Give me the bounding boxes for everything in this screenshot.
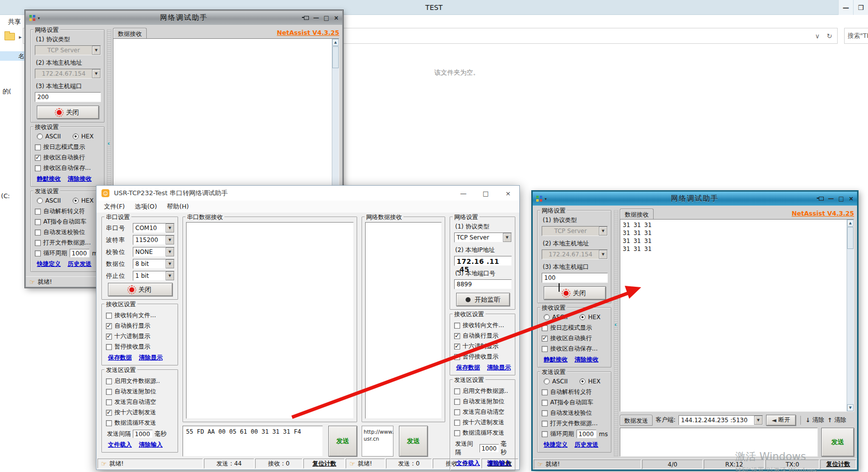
radio-hex[interactable] [73,133,79,139]
baud-select[interactable]: 115200 ▼ [133,235,175,245]
clear-receive-link[interactable]: 清除接收 [575,355,598,364]
clear-input-link[interactable]: 清除输入 [487,459,511,468]
protocol-select[interactable]: TCP Server ▼ [454,233,512,242]
sidebar-item-fragment[interactable]: 的( [2,88,11,96]
silent-receive-link[interactable]: 静默接收 [544,355,568,364]
host-select[interactable]: 172.24.67.154 ▼ [35,69,101,79]
maximize-button[interactable]: ❒ [853,0,868,15]
panel-splitter[interactable]: ‹ [614,210,618,457]
stopbits-select[interactable]: 1 bit ▼ [133,271,175,281]
save-data-link[interactable]: 保存数据 [108,354,132,362]
checkbox-auto-linefeed[interactable]: 接收区自动换行 [35,153,101,162]
shortcut-define-link[interactable]: 快捷定义 [37,260,61,268]
minimize-button[interactable]: — [313,14,319,21]
checkbox-hex-display[interactable]: 十六进制显示 [106,332,175,341]
titlebar-menu-caret-icon[interactable]: ▾ [38,16,40,20]
checkbox-log-mode[interactable]: 按日志模式显示 [542,324,608,332]
reset-count-button[interactable]: 复位计数 [820,460,856,469]
dropdown-arrow-icon[interactable]: ▼ [92,46,100,55]
clear-receive-link[interactable]: 清除接收 [68,175,92,183]
dropdown-arrow-icon[interactable]: ▼ [166,236,174,244]
file-list-selected-row[interactable]: 名 [0,51,25,61]
checkbox-pause-receive[interactable]: 暂停接收显示 [106,343,175,351]
checkbox-parse-escape[interactable]: 自动解析转义符 [542,388,608,396]
receive-area[interactable]: 31 31 31 31 31 31 31 31 31 31 31 31 ▲ ▼ [620,219,854,412]
scroll-down-icon[interactable]: ▼ [847,404,854,411]
dropdown-arrow-icon[interactable]: ▼ [92,69,100,78]
checkbox-auto-wrap[interactable]: 自动换行显示 [106,322,175,330]
parity-select[interactable]: NONE ▼ [133,247,175,257]
radio-ascii[interactable] [37,198,43,204]
dropdown-arrow-icon[interactable]: ▼ [599,227,607,236]
checkbox-auto-append[interactable]: 自动发送附加位 [454,397,512,406]
checkbox-file-source[interactable]: 打开文件数据源... [542,419,608,428]
checkbox-auto-checksum[interactable]: 自动发送校验位 [542,409,608,417]
serial-send-input[interactable]: 55 FD AA 00 05 61 00 31 31 31 F4 [183,426,323,457]
checkbox-cycle-period[interactable]: 循环周期 1000 ms [542,430,608,438]
checkbox-enable-file-source[interactable]: 启用文件数据源.. [454,387,512,395]
collapse-chevron-icon[interactable]: ‹ [107,140,110,147]
checkbox-log-mode[interactable]: 按日志模式显示 [35,143,101,151]
com-select[interactable]: COM10 ▼ [133,223,175,233]
databits-select[interactable]: 8 bit ▼ [133,259,175,269]
port-input[interactable]: 200 [35,92,101,102]
clear-send-button[interactable]: ↓ 清除 [805,416,824,424]
checkbox-at-return[interactable]: AT指令自动回车 [35,218,101,226]
menu-help[interactable]: 帮助(H) [163,201,193,213]
network-receive-area[interactable] [365,222,442,419]
dropdown-arrow-icon[interactable]: ▼ [166,247,174,256]
close-connection-button[interactable]: 关闭 [544,286,606,300]
refresh-icon[interactable]: ↻ [827,32,832,40]
radio-ascii[interactable] [544,314,550,320]
checkbox-at-return[interactable]: AT指令自动回车 [542,398,608,407]
close-button[interactable]: × [334,14,339,21]
serial-receive-area[interactable] [186,222,354,419]
scroll-up-icon[interactable]: ▲ [847,220,854,227]
close-button[interactable]: × [849,195,854,202]
minimize-button[interactable]: — [452,186,475,201]
minimize-button[interactable]: — [828,195,834,202]
save-data-link[interactable]: 保存数据 [456,363,480,372]
netassist-left-titlebar[interactable]: ▾ 网络调试助手 — □ × [26,11,342,25]
usr-website-link[interactable]: http://www. usr.cn [362,426,393,457]
client-select[interactable]: 144.12.244.235 :5130 ▼ [678,415,763,425]
sidebar-item-drive-fragment[interactable]: (C: [1,192,10,200]
chevron-down-icon[interactable]: ∨ [815,32,820,40]
menu-options[interactable]: 选项(O) [130,201,162,213]
pin-icon[interactable] [304,16,309,20]
send-button[interactable]: 发送 [821,428,854,457]
interval-input[interactable]: 1000 [133,430,153,438]
checkbox-receive-to-file[interactable]: 接收转向文件... [106,311,175,320]
checkbox-cycle-period[interactable]: 循环周期 1000 ms [35,249,101,257]
maximize-button[interactable]: □ [324,14,329,21]
local-ip-input[interactable]: 172.16 .11 .45 [454,256,512,266]
checkbox-clear-after-send[interactable]: 发送完自动清空 [106,398,175,406]
checkbox-clear-after-send[interactable]: 发送完自动清空 [454,408,512,416]
close-connection-button[interactable]: 关闭 [37,106,99,119]
cycle-period-input[interactable]: 1000 [70,249,90,257]
shortcut-define-link[interactable]: 快捷定义 [544,441,568,449]
pin-icon[interactable] [819,197,824,201]
checkbox-pause-receive[interactable]: 暂停接收显示 [454,353,512,361]
maximize-button[interactable]: □ [839,195,844,202]
close-button[interactable]: × [497,186,519,201]
silent-receive-link[interactable]: 静默接收 [37,175,61,183]
checkbox-auto-wrap[interactable]: 自动换行显示 [454,332,512,340]
checkbox-auto-save[interactable]: 接收区自动保存... [542,345,608,353]
history-send-link[interactable]: 历史发送 [575,441,598,449]
load-file-link[interactable]: 文件载入 [456,459,480,468]
network-send-button[interactable]: 发送 [399,426,428,457]
tab-data-send[interactable]: 数据发送 [620,415,653,426]
clear-input-link[interactable]: 清除输入 [139,441,163,449]
local-port-input[interactable]: 8899 [454,279,512,289]
reset-count-button[interactable]: 复位计数 [303,459,345,469]
checkbox-auto-checksum[interactable]: 自动发送校验位 [35,228,101,236]
collapse-chevron-icon[interactable]: ‹ [614,321,617,328]
dropdown-arrow-icon[interactable]: ▼ [754,416,763,425]
disconnect-button[interactable]: ◄ 断开 [766,415,796,426]
checkbox-receive-to-file[interactable]: 接收转向文件... [454,321,512,330]
app-icon[interactable] [29,15,35,21]
dropdown-arrow-icon[interactable]: ▼ [599,250,607,259]
checkbox-auto-append[interactable]: 自动发送附加位 [106,387,175,396]
netassist-right-titlebar[interactable]: ▾ 网络调试助手 — □ × [533,192,857,206]
